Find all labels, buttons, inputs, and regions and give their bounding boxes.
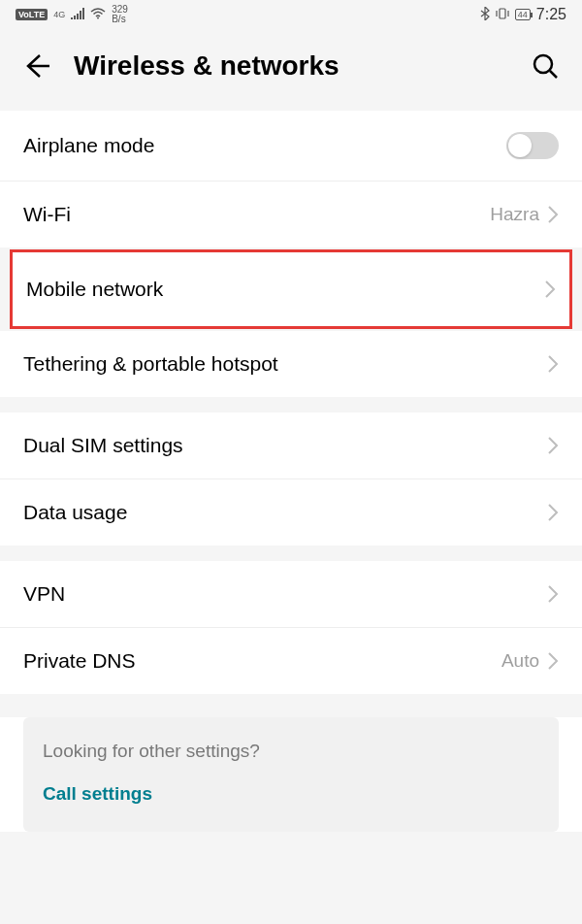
chevron-right-icon	[547, 205, 559, 224]
data-usage-row[interactable]: Data usage	[0, 479, 582, 545]
network-gen: 4G	[53, 10, 65, 19]
other-settings-card: Looking for other settings? Call setting…	[23, 717, 559, 832]
svg-rect-1	[500, 9, 505, 18]
dual-sim-label: Dual SIM settings	[23, 434, 183, 457]
toggle-knob	[508, 134, 532, 157]
chevron-right-icon	[547, 354, 559, 374]
section-divider	[0, 545, 582, 561]
status-right: 44 7:25	[480, 6, 566, 23]
back-arrow-icon	[22, 51, 51, 81]
chevron-right-icon	[547, 436, 559, 455]
chevron-right-icon	[547, 584, 559, 604]
other-settings-question: Looking for other settings?	[43, 741, 539, 762]
private-dns-value: Auto	[501, 650, 539, 672]
battery-icon: 44	[515, 9, 531, 20]
dual-sim-row[interactable]: Dual SIM settings	[0, 412, 582, 479]
vpn-label: VPN	[23, 582, 65, 606]
data-speed: 329 B/s	[112, 5, 128, 24]
status-left: VoLTE 4G 329 B/s	[16, 5, 128, 24]
clock: 7:25	[536, 6, 566, 23]
mobile-network-highlight: Mobile network	[10, 249, 572, 329]
svg-point-2	[534, 55, 552, 73]
tethering-label: Tethering & portable hotspot	[23, 352, 278, 376]
wifi-label: Wi-Fi	[23, 203, 71, 226]
private-dns-label: Private DNS	[23, 649, 136, 673]
airplane-mode-label: Airplane mode	[23, 134, 154, 157]
mobile-network-label: Mobile network	[26, 278, 163, 301]
section-connectivity: Airplane mode Wi-Fi Hazra	[0, 111, 582, 248]
vpn-row[interactable]: VPN	[0, 561, 582, 628]
section-sim: Dual SIM settings Data usage	[0, 412, 582, 545]
airplane-mode-row[interactable]: Airplane mode	[0, 111, 582, 182]
mobile-network-row[interactable]: Mobile network	[13, 252, 569, 326]
page-title: Wireless & networks	[74, 50, 508, 82]
chevron-right-icon	[547, 503, 559, 522]
volte-badge: VoLTE	[16, 9, 48, 20]
search-button[interactable]	[528, 49, 563, 83]
signal-icon	[71, 8, 84, 22]
data-usage-label: Data usage	[23, 501, 127, 524]
tethering-row[interactable]: Tethering & portable hotspot	[0, 331, 582, 397]
bluetooth-icon	[480, 7, 490, 23]
wifi-icon	[90, 8, 106, 22]
private-dns-row[interactable]: Private DNS Auto	[0, 628, 582, 694]
wifi-row[interactable]: Wi-Fi Hazra	[0, 182, 582, 248]
chevron-right-icon	[544, 280, 556, 299]
wifi-value: Hazra	[490, 204, 539, 225]
section-connectivity-2: Tethering & portable hotspot	[0, 331, 582, 397]
svg-point-0	[97, 16, 99, 18]
header: Wireless & networks	[0, 29, 582, 111]
section-divider	[0, 397, 582, 412]
status-bar: VoLTE 4G 329 B/s 44 7:25	[0, 0, 582, 29]
search-icon	[532, 52, 559, 80]
chevron-right-icon	[547, 651, 559, 671]
vibrate-icon	[496, 7, 509, 23]
call-settings-link[interactable]: Call settings	[43, 783, 539, 805]
section-advanced: VPN Private DNS Auto	[0, 561, 582, 694]
airplane-mode-toggle[interactable]	[506, 132, 559, 159]
back-button[interactable]	[19, 49, 54, 83]
